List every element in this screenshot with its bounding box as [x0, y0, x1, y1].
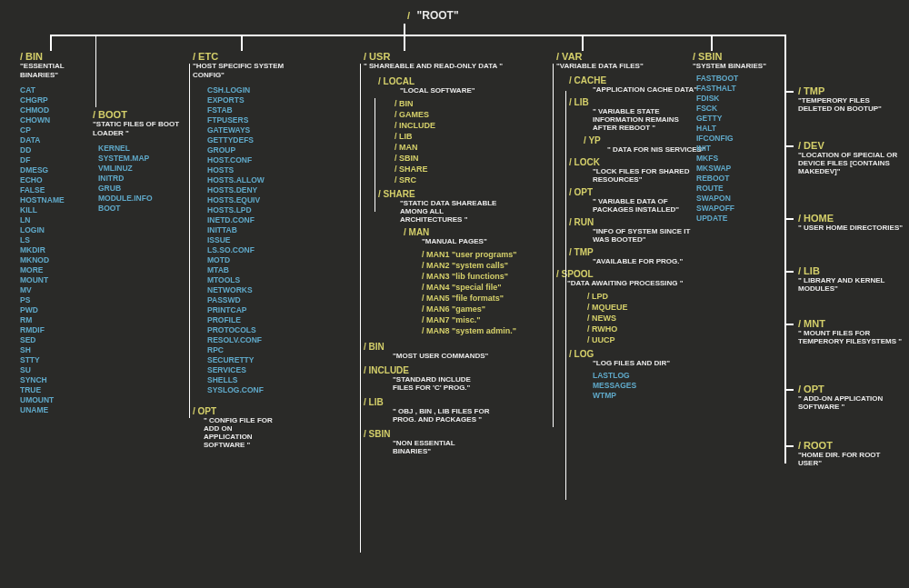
list-item: LN [20, 215, 102, 225]
boot-label: / BOOT [93, 109, 184, 120]
usr-bin-label: / BIN [364, 342, 564, 352]
list-item: MKSWAP [696, 164, 779, 174]
dir-bin: / BIN "ESSENTIAL BINARIES" CATCHGRPCHMOD… [20, 51, 102, 415]
dir-dev: / DEV "LOCATION OF SPECIAL OR DEVICE FIL… [798, 140, 905, 175]
tree-line [189, 64, 190, 418]
usr-share-man-label: / MAN [404, 227, 564, 237]
list-item: CHGRP [20, 95, 102, 105]
tree-line [241, 35, 243, 51]
var-spool-desc: "DATA AWAITING PROCESSING " [567, 279, 720, 287]
list-item: BOOT [98, 204, 184, 214]
list-item: DATA [20, 135, 102, 145]
tree-line [404, 24, 405, 35]
list-item: / MAN3 "lib functions" [422, 271, 564, 282]
usr-share-desc: "STATIC DATA SHAREABLE AMONG ALL ARCHITE… [400, 199, 500, 224]
list-item: / MAN8 "system admin." [422, 325, 564, 336]
toplib-label: / LIB [798, 265, 903, 276]
list-item: MV [20, 285, 102, 295]
list-item: MTAB [207, 265, 293, 275]
usr-include-desc: "STANDARD INCLUDE FILES FOR 'C' PROG." [393, 375, 493, 392]
list-item: / INCLUDE [395, 120, 564, 131]
topopt-label: / OPT [798, 384, 903, 394]
list-item: / NEWS [587, 313, 720, 324]
etc-label: / ETC [193, 51, 293, 62]
etc-opt-label: / OPT [193, 406, 293, 416]
list-item: RM [20, 315, 102, 325]
usr-include-label: / INCLUDE [364, 365, 564, 375]
list-item: MORE [20, 265, 102, 275]
list-item: MKNOD [20, 255, 102, 265]
var-tmp-desc: "AVAILABLE FOR PROG." [593, 257, 720, 265]
usr-lib-label: / LIB [364, 397, 564, 407]
list-item: DMESG [20, 165, 102, 175]
list-item: DD [20, 145, 102, 155]
list-item: INITTAB [207, 225, 293, 235]
etc-desc: "HOST SPECIFIC SYSTEM CONFIG" [193, 62, 293, 80]
list-item: / LIB [395, 131, 564, 142]
home-desc: " USER HOME DIRECTORIES" [798, 224, 903, 232]
list-item: / MAN1 "user programs" [422, 249, 564, 260]
list-item: SH [20, 345, 102, 355]
list-item: SYSLOG.CONF [207, 385, 293, 395]
list-item: INETD.CONF [207, 215, 293, 225]
list-item: GETTYDEFS [207, 135, 293, 145]
home-label: / HOME [798, 213, 903, 224]
list-item: KILL [20, 205, 102, 215]
tree-line [360, 64, 361, 553]
list-item: MOTD [207, 255, 293, 265]
dev-desc: "LOCATION OF SPECIAL OR DEVICE FILES [CO… [798, 151, 905, 175]
list-item: HOSTS.EQUIV [207, 195, 293, 205]
list-item: HOSTS [207, 165, 293, 175]
var-tmp-label: / TMP [569, 247, 720, 257]
dir-topopt: / OPT " ADD-ON APPLICATION SOFTWARE " [798, 384, 903, 411]
usr-lib-desc: " OBJ , BIN , LIB FILES FOR PROG. AND PA… [393, 407, 493, 424]
list-item: UNAME [20, 405, 102, 415]
list-item: FALSE [20, 185, 102, 195]
dir-home: / HOME " USER HOME DIRECTORIES" [798, 213, 903, 232]
list-item: SWAPON [696, 194, 779, 204]
list-item: SECURETTY [207, 355, 293, 365]
list-item: LS [20, 235, 102, 245]
tree-line [784, 145, 794, 147]
list-item: LASTLOG [593, 371, 720, 381]
list-item: MODULE.INFO [98, 194, 184, 204]
root-label: / [407, 10, 410, 21]
tree-line [50, 35, 786, 36]
list-item: NETWORKS [207, 285, 293, 295]
list-item: CAT [20, 85, 102, 95]
mnt-label: / MNT [798, 318, 903, 329]
list-item: / MAN5 "file formats" [422, 293, 564, 304]
list-item: MKDIR [20, 245, 102, 255]
tree-line [784, 35, 786, 463]
tree-line [784, 218, 794, 220]
dev-label: / DEV [798, 140, 905, 151]
list-item: / GAMES [395, 109, 564, 120]
list-item: KERNEL [98, 144, 184, 154]
var-log-label: / LOG [569, 349, 720, 359]
list-item: / MAN2 "system calls" [422, 260, 564, 271]
list-item: / SRC [395, 174, 564, 185]
sbin-label: / SBIN [693, 51, 779, 62]
root-name: "ROOT" [417, 9, 459, 22]
list-item: RPC [207, 345, 293, 355]
list-item: MKFS [696, 154, 779, 164]
list-item: SU [20, 365, 102, 375]
usr-local-label: / LOCAL [378, 76, 564, 86]
usr-sbin-desc: "NON ESSENTIAL BINARIES" [393, 439, 493, 455]
tree-line [565, 91, 566, 500]
list-item: PS [20, 295, 102, 305]
tree-line [553, 64, 554, 427]
list-item: HOST.CONF [207, 155, 293, 165]
list-item: SYNCH [20, 375, 102, 385]
bin-desc: "ESSENTIAL BINARIES" [20, 62, 102, 80]
list-item: MESSAGES [593, 381, 720, 391]
list-item: IFCONFIG [696, 134, 779, 144]
usr-local-desc: "LOCAL SOFTWARE" [400, 86, 564, 95]
list-item: LS.SO.CONF [207, 245, 293, 255]
list-item: DF [20, 155, 102, 165]
list-item: PWD [20, 305, 102, 315]
list-item: FSCK [696, 104, 779, 114]
dir-toplib: / LIB " LIBRARY AND KERNEL MODULES" [798, 265, 903, 293]
tmp-desc: "TEMPERORY FILES DELETED ON BOOTUP" [798, 96, 903, 113]
var-log-desc: "LOG FILES AND DIR" [593, 359, 720, 367]
